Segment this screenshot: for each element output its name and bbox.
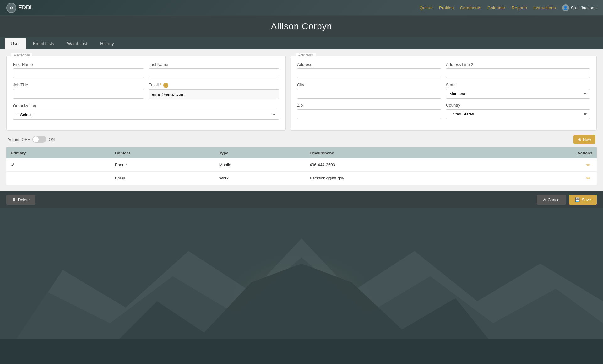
- personal-legend: Personal: [11, 53, 32, 57]
- page-title: Allison Corbyn: [0, 21, 603, 31]
- tab-user[interactable]: User: [5, 38, 26, 49]
- zip-group: Zip: [297, 103, 441, 119]
- page-title-bar: Allison Corbyn: [0, 16, 603, 37]
- header: ⊙ EDDI Queue Profiles Comments Calendar …: [0, 0, 603, 16]
- email-label: Email * i: [149, 83, 280, 88]
- email-info-icon: i: [163, 83, 168, 88]
- address-row: Address Address Line 2: [297, 62, 590, 78]
- tab-watch-list[interactable]: Watch List: [61, 38, 93, 49]
- row1-contact: Phone: [111, 158, 215, 172]
- address-section: Address Address Address Line 2 City: [291, 56, 597, 131]
- admin-toggle[interactable]: [32, 136, 46, 143]
- trash-icon: 🗑: [12, 197, 16, 202]
- nav-calendar[interactable]: Calendar: [487, 5, 505, 10]
- nav-queue[interactable]: Queue: [420, 5, 433, 10]
- email-group: Email * i: [149, 83, 280, 99]
- job-email-row: Job Title Email * i: [13, 83, 279, 99]
- save-button[interactable]: 💾 Save: [569, 195, 597, 205]
- col-actions: Actions: [493, 147, 597, 158]
- nav-comments[interactable]: Comments: [460, 5, 481, 10]
- col-type: Type: [215, 147, 305, 158]
- job-title-group: Job Title: [13, 83, 144, 99]
- name-row: First Name Last Name: [13, 62, 279, 78]
- org-row: Organization -- Select --: [13, 104, 279, 120]
- address-input[interactable]: [297, 68, 441, 78]
- action-right-buttons: ⊘ Cancel 💾 Save: [537, 195, 597, 205]
- first-name-input[interactable]: [13, 68, 144, 78]
- address-label: Address: [297, 62, 441, 67]
- new-contact-button[interactable]: ⊕ New: [573, 135, 595, 144]
- action-bar: 🗑 Delete ⊘ Cancel 💾 Save: [0, 191, 603, 208]
- logo: ⊙ EDDI: [6, 3, 32, 13]
- admin-text: Admin: [8, 137, 19, 142]
- row2-contact: Email: [111, 171, 215, 185]
- svg-marker-2: [0, 238, 603, 364]
- contacts-table: Primary Contact Type Email/Phone Actions…: [6, 147, 597, 185]
- user-avatar-icon: 👤: [562, 4, 569, 11]
- tab-history[interactable]: History: [94, 38, 120, 49]
- contact-row-1: ✓ Phone Mobile 406-444-2603 ✏: [6, 158, 597, 172]
- col-primary: Primary: [6, 147, 111, 158]
- country-select[interactable]: United States Canada Mexico United Kingd…: [446, 109, 590, 119]
- zip-input[interactable]: [297, 109, 441, 119]
- cancel-button[interactable]: ⊘ Cancel: [537, 195, 566, 205]
- tab-email-lists[interactable]: Email Lists: [27, 38, 60, 49]
- row1-email-phone: 406-444-2603: [305, 158, 494, 172]
- job-title-input[interactable]: [13, 89, 144, 99]
- city-input[interactable]: [297, 89, 441, 99]
- first-name-label: First Name: [13, 62, 144, 67]
- personal-section: Personal First Name Last Name Job Title: [6, 56, 286, 131]
- address2-input[interactable]: [446, 68, 590, 78]
- state-group: State Montana Alabama Alaska Arizona Cal…: [446, 83, 590, 99]
- city-group: City: [297, 83, 441, 99]
- sections-row: Personal First Name Last Name Job Title: [6, 56, 597, 131]
- save-icon: 💾: [575, 197, 580, 202]
- first-name-group: First Name: [13, 62, 144, 78]
- nav-profiles[interactable]: Profiles: [439, 5, 454, 10]
- new-button-label: New: [583, 137, 591, 142]
- user-name: Suzi Jackson: [571, 5, 597, 10]
- col-contact: Contact: [111, 147, 215, 158]
- email-input[interactable]: [149, 89, 280, 99]
- state-select[interactable]: Montana Alabama Alaska Arizona Californi…: [446, 89, 590, 99]
- nav-reports[interactable]: Reports: [512, 5, 527, 10]
- address-group: Address: [297, 62, 441, 78]
- logo-icon: ⊙: [6, 3, 16, 13]
- country-group: Country United States Canada Mexico Unit…: [446, 103, 590, 119]
- row1-type: Mobile: [215, 158, 305, 172]
- row2-primary: [6, 171, 111, 185]
- contacts-table-body: ✓ Phone Mobile 406-444-2603 ✏ Email Work…: [6, 158, 597, 185]
- edit-row1-button[interactable]: ✏: [584, 161, 592, 169]
- delete-button[interactable]: 🗑 Delete: [6, 195, 35, 205]
- contacts-table-header: Primary Contact Type Email/Phone Actions: [6, 147, 597, 158]
- admin-off-label: OFF: [22, 137, 30, 142]
- save-label: Save: [582, 197, 591, 202]
- row2-actions: ✏: [493, 171, 597, 185]
- address2-group: Address Line 2: [446, 62, 590, 78]
- form-container: Personal First Name Last Name Job Title: [0, 49, 603, 191]
- edit-row2-button[interactable]: ✏: [584, 174, 592, 182]
- delete-label: Delete: [18, 197, 30, 202]
- main-nav: Queue Profiles Comments Calendar Reports…: [420, 4, 597, 11]
- admin-row: Admin OFF ON ⊕ New: [6, 135, 597, 144]
- row1-primary: ✓: [6, 158, 111, 172]
- last-name-group: Last Name: [149, 62, 280, 78]
- nav-instructions[interactable]: Instructions: [533, 5, 556, 10]
- contact-row-2: Email Work sjackson2@mt.gov ✏: [6, 171, 597, 185]
- zip-label: Zip: [297, 103, 441, 108]
- row1-actions: ✏: [493, 158, 597, 172]
- contacts-header-row: Primary Contact Type Email/Phone Actions: [6, 147, 597, 158]
- organization-select[interactable]: -- Select --: [13, 110, 279, 120]
- address-legend: Address: [296, 53, 316, 57]
- tabs-bar: User Email Lists Watch List History: [0, 37, 603, 49]
- row2-type: Work: [215, 171, 305, 185]
- primary-check-icon: ✓: [11, 162, 15, 168]
- svg-point-1: [207, 226, 396, 351]
- user-menu[interactable]: 👤 Suzi Jackson: [562, 4, 597, 11]
- zip-country-row: Zip Country United States Canada Mexico …: [297, 103, 590, 119]
- email-required-star: *: [160, 83, 161, 87]
- last-name-input[interactable]: [149, 68, 280, 78]
- organization-group: Organization -- Select --: [13, 104, 279, 120]
- city-label: City: [297, 83, 441, 87]
- row2-email-phone: sjackson2@mt.gov: [305, 171, 494, 185]
